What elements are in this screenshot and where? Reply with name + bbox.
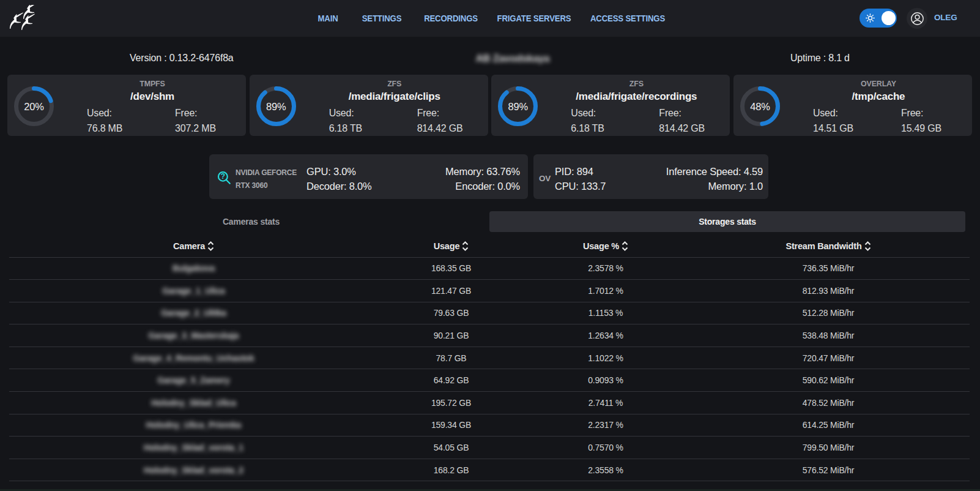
svg-text:?: ? [221, 172, 225, 181]
